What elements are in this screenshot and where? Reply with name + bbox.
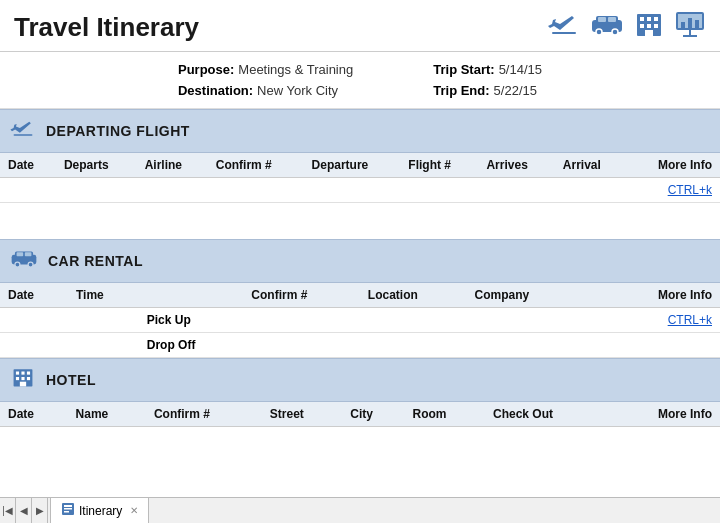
tab-close-icon[interactable]: ✕ [130, 505, 138, 516]
hotel-col-street: Street [262, 402, 342, 427]
svg-rect-8 [640, 17, 644, 21]
car-dropoff-row: Drop Off [0, 332, 720, 357]
svg-rect-5 [598, 17, 606, 22]
header-icons [548, 10, 706, 45]
car-dropoff-company [467, 332, 581, 357]
car-col-date: Date [0, 283, 68, 308]
flight-ctrl-link[interactable]: CTRL+k [668, 183, 712, 197]
svg-rect-34 [21, 377, 24, 380]
svg-rect-14 [645, 30, 653, 36]
svg-rect-27 [17, 252, 24, 256]
chart-icon [674, 10, 706, 45]
car-section-icon [10, 247, 38, 275]
svg-rect-32 [27, 371, 30, 374]
car-icon [590, 10, 624, 45]
svg-rect-17 [681, 22, 685, 28]
info-col-right: Trip Start: 5/14/15 Trip End: 5/22/15 [433, 62, 542, 98]
svg-rect-6 [608, 17, 616, 22]
car-pickup-label: Pick Up [139, 307, 244, 332]
svg-rect-40 [64, 511, 69, 513]
car-pickup-more-info: CTRL+k [607, 307, 720, 332]
car-ctrl-link[interactable]: CTRL+k [668, 313, 712, 327]
info-col-left: Purpose: Meetings & Training Destination… [178, 62, 353, 98]
svg-rect-18 [688, 18, 692, 28]
svg-point-25 [15, 262, 20, 267]
flight-arrives [478, 178, 554, 203]
car-pickup-empty [581, 307, 607, 332]
hotel-col-name: Name [68, 402, 146, 427]
svg-rect-10 [654, 17, 658, 21]
col-arrival: Arrival [555, 153, 627, 178]
trip-end-value: 5/22/15 [494, 83, 537, 98]
car-col-company: Company [467, 283, 581, 308]
flight-number [400, 178, 478, 203]
hotel-title: HOTEL [46, 372, 96, 388]
col-departs: Departs [56, 153, 137, 178]
svg-rect-19 [695, 20, 699, 28]
svg-point-3 [596, 29, 602, 35]
flight-date [0, 178, 56, 203]
flight-more-info: CTRL+k [627, 178, 720, 203]
svg-rect-38 [64, 505, 72, 507]
col-flight: Flight # [400, 153, 478, 178]
trip-start-value: 5/14/15 [499, 62, 542, 77]
col-confirm: Confirm # [208, 153, 304, 178]
svg-point-26 [28, 262, 33, 267]
svg-point-4 [612, 29, 618, 35]
car-rental-table: Date Time Confirm # Location Company Mor… [0, 283, 720, 358]
tab-bar: |◀ ◀ ▶ Itinerary ✕ [0, 497, 720, 523]
destination-row: Destination: New York City [178, 83, 353, 98]
car-pickup-time [68, 307, 139, 332]
car-col-empty2 [581, 283, 607, 308]
col-departure: Departure [304, 153, 401, 178]
hotel-col-date: Date [0, 402, 68, 427]
svg-rect-28 [25, 252, 32, 256]
tab-sheet-icon [61, 502, 75, 519]
departing-flight-title: DEPARTING FLIGHT [46, 123, 190, 139]
itinerary-tab[interactable]: Itinerary ✕ [50, 498, 149, 523]
purpose-label: Purpose: [178, 62, 234, 77]
destination-value: New York City [257, 83, 338, 98]
hotel-section-header: HOTEL [0, 358, 720, 402]
flight-empty-row-2 [0, 221, 720, 239]
page-title: Travel Itinerary [14, 12, 199, 43]
car-pickup-row: Pick Up CTRL+k [0, 307, 720, 332]
tab-nav-next[interactable]: ▶ [32, 498, 48, 523]
departing-flight-header: DEPARTING FLIGHT [0, 109, 720, 153]
flight-departure [304, 178, 401, 203]
svg-rect-11 [640, 24, 644, 28]
car-col-location: Location [360, 283, 467, 308]
svg-rect-35 [27, 377, 30, 380]
car-col-more-info: More Info [607, 283, 720, 308]
car-dropoff-location [360, 332, 467, 357]
car-dropoff-confirm [243, 332, 359, 357]
col-more-info: More Info [627, 153, 720, 178]
trip-start-row: Trip Start: 5/14/15 [433, 62, 542, 77]
flight-confirm [208, 178, 304, 203]
svg-rect-22 [14, 134, 33, 136]
car-rental-section: CAR RENTAL Date Time Confirm # Location … [0, 239, 720, 358]
car-col-empty1 [139, 283, 244, 308]
hotel-empty-row [0, 426, 720, 444]
flight-section-icon [10, 117, 36, 145]
hotel-table: Date Name Confirm # Street City Room Che… [0, 402, 720, 445]
col-airline: Airline [137, 153, 208, 178]
hotel-icon [634, 10, 664, 45]
car-dropoff-more-info [607, 332, 720, 357]
departing-flight-section: DEPARTING FLIGHT Date Departs Airline Co… [0, 109, 720, 239]
hotel-col-checkout: Check Out [485, 402, 607, 427]
tab-nav-first[interactable]: |◀ [0, 498, 16, 523]
svg-rect-0 [552, 32, 576, 34]
departing-flight-table: Date Departs Airline Confirm # Departure… [0, 153, 720, 239]
hotel-col-more-info: More Info [607, 402, 720, 427]
car-dropoff-date [0, 332, 68, 357]
hotel-header-row: Date Name Confirm # Street City Room Che… [0, 402, 720, 427]
tab-nav-prev[interactable]: ◀ [16, 498, 32, 523]
svg-rect-31 [21, 371, 24, 374]
svg-rect-9 [647, 17, 651, 21]
car-dropoff-label: Drop Off [139, 332, 244, 357]
destination-label: Destination: [178, 83, 253, 98]
car-pickup-location [360, 307, 467, 332]
page-header: Travel Itinerary [0, 0, 720, 52]
svg-rect-13 [654, 24, 658, 28]
